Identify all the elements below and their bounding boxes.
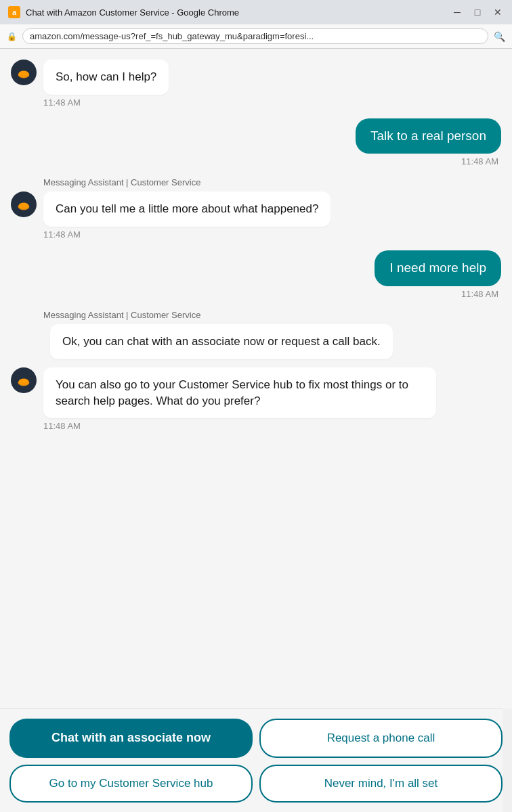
action-buttons-area: Chat with an associate now Request a pho… [0,708,512,812]
timestamp-1: 11:48 AM [11,97,501,108]
minimize-button[interactable]: ─ [451,7,463,18]
assistant-label-3: Messaging Assistant | Customer Service [43,177,501,187]
bot-message-row-1: So, how can I help? [11,60,501,95]
buttons-grid: Chat with an associate now Request a pho… [9,719,503,803]
timestamp-4: 11:48 AM [11,289,501,299]
svg-point-3 [19,203,28,208]
user-message-row-2: Talk to a real person [11,118,501,154]
lock-icon: 🔒 [7,32,17,41]
bot-avatar-5 [11,367,37,393]
timestamp-5: 11:48 AM [11,421,501,431]
assistant-label-5: Messaging Assistant | Customer Service [43,310,501,320]
chat-now-button[interactable]: Chat with an associate now [9,719,253,758]
close-button[interactable]: ✕ [492,7,504,18]
bot-avatar-1 [11,60,37,85]
bot-bubble-3: Can you tell me a little more about what… [43,191,330,227]
maximize-button[interactable]: □ [471,7,484,18]
bot-message-row-3: Can you tell me a little more about what… [11,191,501,227]
cs-hub-button[interactable]: Go to my Customer Service hub [9,765,253,803]
address-bar: 🔒 🔍 [0,24,512,49]
title-bar: a Chat with Amazon Customer Service - Go… [0,0,512,24]
phone-call-button[interactable]: Request a phone call [259,719,503,758]
nevermind-button[interactable]: Never mind, I'm all set [259,765,503,803]
search-icon[interactable]: 🔍 [494,31,505,42]
timestamp-3: 11:48 AM [11,229,501,240]
bot-avatar-3 [11,191,37,217]
chat-area: So, how can I help? 11:48 AM Talk to a r… [0,49,512,708]
user-message-row-4: I need more help [11,250,501,286]
window-controls: ─ □ ✕ [451,7,504,18]
message-group-2: Talk to a real person 11:48 AM [11,118,501,174]
timestamp-2: 11:48 AM [11,156,501,166]
bot-bubble-5a: Ok, you can chat with an associate now o… [50,324,393,359]
message-group-4: I need more help 11:48 AM [11,250,501,306]
url-input[interactable] [22,28,488,44]
bot-bubble-1: So, how can I help? [43,60,169,95]
svg-point-5 [19,378,28,383]
bot-message-row-5b: You can also go to your Customer Service… [11,367,501,419]
user-bubble-4: I need more help [375,250,501,286]
bot-bubble-5b: You can also go to your Customer Service… [43,367,436,419]
bot-message-row-5a: Ok, you can chat with an associate now o… [11,324,501,359]
svg-point-1 [19,71,28,76]
browser-icon: a [8,6,20,18]
message-group-1: So, how can I help? 11:48 AM [11,60,501,114]
message-group-5: Messaging Assistant | Customer Service O… [11,310,501,438]
user-bubble-2: Talk to a real person [356,118,501,154]
message-group-3: Messaging Assistant | Customer Service C… [11,177,501,246]
window-title: Chat with Amazon Customer Service - Goog… [26,7,446,18]
